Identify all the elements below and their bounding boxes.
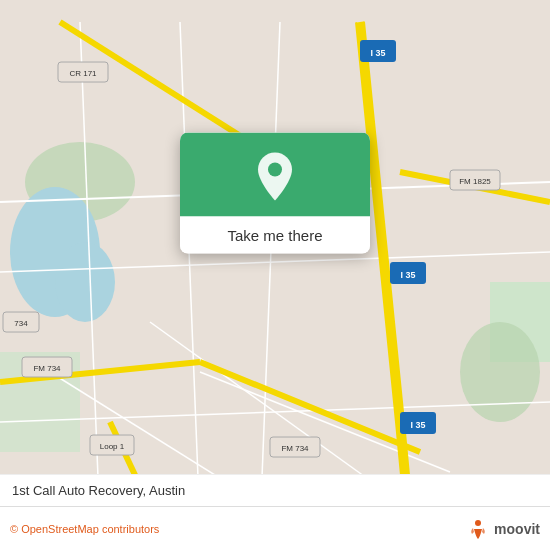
svg-text:I 35: I 35 bbox=[370, 48, 385, 58]
take-me-there-button[interactable]: Take me there bbox=[180, 216, 370, 253]
svg-point-40 bbox=[475, 520, 481, 526]
business-name-bar: 1st Call Auto Recovery, Austin bbox=[0, 474, 550, 506]
card-header bbox=[180, 132, 370, 216]
bottom-bar: © OpenStreetMap contributors moovit bbox=[0, 506, 550, 550]
moovit-label: moovit bbox=[494, 521, 540, 537]
svg-text:FM 734: FM 734 bbox=[281, 444, 309, 453]
svg-text:I 35: I 35 bbox=[410, 420, 425, 430]
svg-point-4 bbox=[460, 322, 540, 422]
svg-point-6 bbox=[55, 242, 115, 322]
svg-text:734: 734 bbox=[14, 319, 28, 328]
svg-text:Loop 1: Loop 1 bbox=[100, 442, 125, 451]
moovit-icon bbox=[466, 517, 490, 541]
location-pin-icon bbox=[253, 150, 297, 202]
osm-suffix: contributors bbox=[99, 523, 160, 535]
svg-text:FM 1825: FM 1825 bbox=[459, 177, 491, 186]
osm-credit: © OpenStreetMap contributors bbox=[10, 523, 159, 535]
osm-prefix: © bbox=[10, 523, 21, 535]
svg-text:CR 171: CR 171 bbox=[69, 69, 97, 78]
osm-link[interactable]: OpenStreetMap bbox=[21, 523, 99, 535]
svg-point-39 bbox=[268, 162, 282, 176]
location-card: Take me there bbox=[180, 132, 370, 253]
business-name-text: 1st Call Auto Recovery, Austin bbox=[12, 483, 185, 498]
svg-text:FM 734: FM 734 bbox=[33, 364, 61, 373]
moovit-logo: moovit bbox=[466, 517, 540, 541]
map-container: I 35 I 35 I 35 FM 1825 CR 171 FM 734 FM … bbox=[0, 0, 550, 550]
svg-text:I 35: I 35 bbox=[400, 270, 415, 280]
